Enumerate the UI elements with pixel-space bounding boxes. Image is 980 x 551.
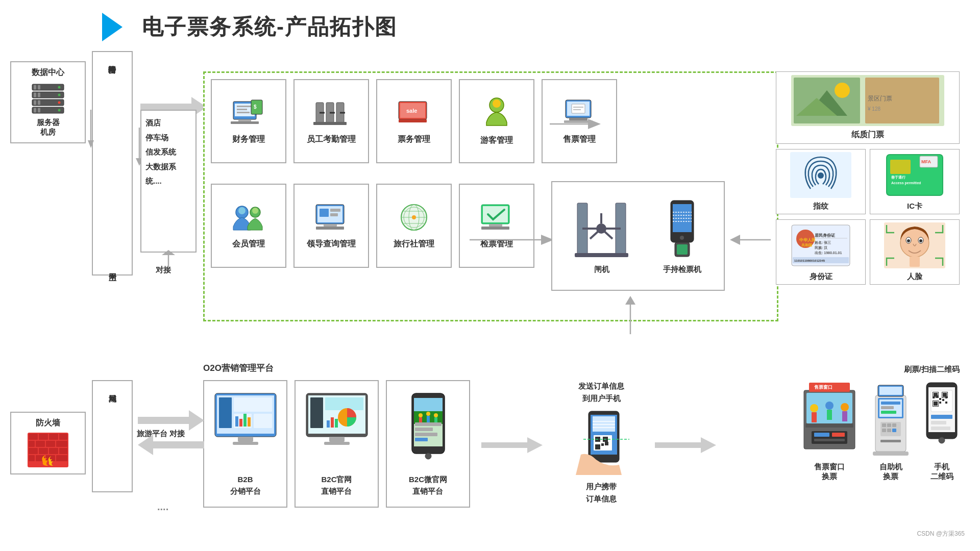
hotel-systems-box: 酒店 停车场 信发系统 大数据系统.... [140, 110, 197, 253]
face-item: 人脸 [870, 219, 960, 285]
svg-text:Access permitted: Access permitted [891, 181, 921, 185]
ticket-machines-region: 售票窗口 售票窗口 换票 [801, 380, 960, 482]
hotel-line4: 大数据系统.... [145, 160, 191, 189]
arrow-to-user-mobile [481, 436, 543, 456]
svg-rect-229 [887, 429, 891, 432]
gate-machine-item: 闸机 [575, 198, 628, 274]
svg-rect-60 [399, 119, 427, 122]
svg-rect-215 [814, 439, 845, 441]
svg-rect-11 [38, 108, 40, 112]
face-icon [884, 222, 945, 270]
svg-rect-17 [29, 434, 38, 440]
svg-rect-155 [235, 416, 238, 427]
svg-rect-46 [238, 119, 251, 121]
svg-rect-225 [882, 423, 886, 427]
svg-text:居民身份证: 居民身份证 [814, 233, 836, 238]
ticket-sales-label: 售票管理 [563, 134, 596, 145]
svg-rect-166 [327, 420, 330, 428]
arrow-dc-to-net [88, 110, 94, 152]
mobile-qr-icon [924, 380, 960, 458]
mobile-payment-icon [560, 409, 642, 477]
handheld-label: 手持检票机 [663, 265, 701, 274]
finance-label: 财务管理 [232, 134, 265, 145]
scan-label: 刷票/扫描二维码 [904, 365, 960, 374]
svg-rect-103 [575, 253, 628, 257]
svg-rect-26 [39, 448, 48, 454]
o2o-region: O2O营销管理平台 [203, 362, 960, 531]
svg-rect-89 [483, 206, 508, 222]
id-card-item: 中华人民 共和国 居民身份证 姓名: 张三 民族: 汉 出生: 1980.01.… [776, 219, 866, 285]
ticketing-icon: sale [396, 97, 432, 130]
mobile-qr-item: 手机 二维码 [924, 380, 960, 482]
svg-marker-40 [162, 250, 175, 255]
arrow-to-ticket-machines [655, 436, 716, 456]
svg-point-185 [425, 453, 431, 459]
handheld-item: 手持检票机 [663, 198, 701, 274]
hotel-line1: 酒店 [145, 116, 191, 131]
svg-rect-255 [931, 421, 946, 424]
handheld-icon [666, 198, 699, 261]
svg-rect-91 [481, 227, 509, 230]
svg-rect-1 [34, 85, 36, 89]
module-finance: $ 财务管理 [211, 79, 286, 163]
svg-rect-167 [331, 417, 334, 428]
arrow-docking-up [156, 250, 181, 269]
svg-rect-5 [38, 92, 40, 97]
svg-point-145 [907, 239, 910, 242]
svg-rect-168 [335, 419, 338, 428]
svg-rect-18 [39, 434, 48, 440]
svg-point-15 [58, 109, 61, 111]
b2c-official-label: B2C官网 直销平台 [321, 474, 352, 497]
b2b-platform: B2B 分销平台 [203, 380, 287, 508]
svg-point-176 [426, 412, 430, 416]
svg-rect-213 [814, 433, 829, 437]
watermark: CSDN @方渠365 [917, 530, 965, 538]
svg-rect-184 [415, 438, 428, 441]
svg-rect-2 [38, 85, 40, 89]
svg-rect-228 [882, 429, 886, 432]
svg-rect-80 [316, 227, 344, 230]
ic-card-icon: 善于通行 Access permitted MFA [884, 152, 945, 199]
svg-rect-47 [231, 121, 259, 124]
verify-row2: 中华人民 共和国 居民身份证 姓名: 张三 民族: 汉 出生: 1980.01.… [776, 219, 960, 285]
svg-rect-253 [936, 395, 938, 397]
travel-agency-icon [396, 202, 432, 234]
svg-rect-227 [892, 423, 896, 427]
svg-point-12 [58, 86, 61, 88]
id-card-icon: 中华人民 共和国 居民身份证 姓名: 张三 民族: 汉 出生: 1980.01.… [790, 222, 851, 270]
lan-box: 局域网 [92, 380, 133, 492]
svg-marker-34 [88, 140, 94, 148]
svg-rect-22 [36, 441, 45, 447]
arrow-from-platform-left [138, 432, 204, 459]
svg-rect-170 [324, 442, 350, 445]
svg-rect-182 [415, 428, 433, 431]
o2o-title: O2O营销管理平台 [203, 362, 960, 374]
svg-rect-112 [677, 244, 688, 255]
svg-point-73 [252, 208, 258, 214]
svg-text:¥ 128: ¥ 128 [867, 106, 880, 112]
fingerprint-label: 指纹 [813, 202, 828, 211]
svg-rect-7 [34, 100, 36, 105]
fingerprint-icon [790, 152, 851, 199]
attendance-label: 员工考勤管理 [307, 134, 356, 145]
b2c-mini-icon [408, 391, 449, 469]
svg-rect-248 [942, 399, 944, 401]
svg-line-102 [601, 229, 612, 239]
id-card-label: 身份证 [810, 272, 832, 282]
main-network-box: 网络传输平台 主干网 [92, 51, 133, 276]
svg-rect-48 [251, 100, 262, 114]
svg-text:出生: 1980.01.01: 出生: 1980.01.01 [815, 251, 842, 255]
paper-ticket-label: 纸质门票 [851, 130, 884, 140]
hotel-line2: 停车场 [145, 131, 191, 145]
svg-rect-152 [234, 397, 272, 412]
svg-rect-90 [489, 224, 502, 227]
svg-point-209 [841, 403, 849, 411]
svg-rect-25 [29, 448, 38, 454]
self-service-label: 自助机 换票 [879, 462, 902, 482]
arrow-gate-up-to-verify [623, 293, 638, 336]
gate-machine-icon [575, 198, 628, 261]
module-member: 会员管理 [211, 184, 286, 268]
visitor-icon [479, 96, 514, 131]
svg-point-13 [58, 93, 61, 96]
paper-ticket-box: 景区门票 ¥ 128 纸质门票 [776, 71, 960, 144]
